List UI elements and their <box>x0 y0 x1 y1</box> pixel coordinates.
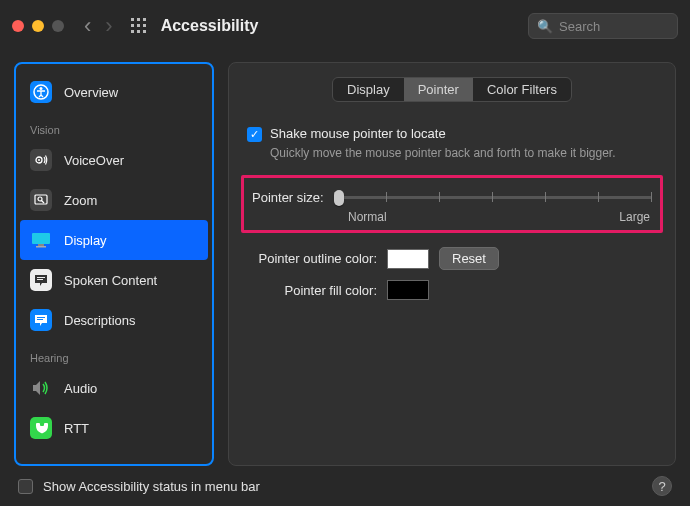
window-controls <box>12 20 64 32</box>
descriptions-icon <box>30 309 52 331</box>
minimize-window-button[interactable] <box>32 20 44 32</box>
pointer-size-slider[interactable] <box>334 188 652 206</box>
nav-arrows: ‹ › <box>84 13 113 39</box>
svg-rect-18 <box>37 277 45 278</box>
pointer-size-label: Pointer size: <box>252 190 324 205</box>
svg-point-10 <box>40 87 43 90</box>
shake-to-locate-description: Quickly move the mouse pointer back and … <box>270 145 616 161</box>
svg-rect-20 <box>37 317 45 318</box>
svg-rect-13 <box>35 195 47 204</box>
zoom-icon <box>30 189 52 211</box>
pointer-size-max-label: Large <box>619 210 650 224</box>
close-window-button[interactable] <box>12 20 24 32</box>
svg-rect-3 <box>131 24 134 27</box>
svg-rect-6 <box>131 30 134 33</box>
search-icon: 🔍 <box>537 19 553 34</box>
pointer-size-highlight: Pointer size: Normal Large <box>241 175 663 233</box>
svg-point-12 <box>38 159 40 161</box>
sidebar-item-audio[interactable]: Audio <box>16 368 212 408</box>
svg-rect-16 <box>38 244 44 246</box>
svg-rect-15 <box>32 233 50 244</box>
window-title: Accessibility <box>161 17 259 35</box>
reset-button[interactable]: Reset <box>439 247 499 270</box>
pointer-fill-label: Pointer fill color: <box>247 283 377 298</box>
display-icon <box>30 229 52 251</box>
sidebar-item-overview[interactable]: Overview <box>16 72 212 112</box>
svg-rect-4 <box>137 24 140 27</box>
svg-rect-19 <box>37 279 43 280</box>
pointer-outline-label: Pointer outline color: <box>247 251 377 266</box>
titlebar: ‹ › Accessibility 🔍 Search <box>0 0 690 52</box>
sidebar-section-vision: Vision <box>16 112 212 140</box>
shake-to-locate-label: Shake mouse pointer to locate <box>270 126 616 141</box>
forward-button[interactable]: › <box>105 13 112 39</box>
sidebar-item-voiceover[interactable]: VoiceOver <box>16 140 212 180</box>
sidebar-item-descriptions[interactable]: Descriptions <box>16 300 212 340</box>
shake-to-locate-checkbox[interactable]: ✓ <box>247 127 262 142</box>
back-button[interactable]: ‹ <box>84 13 91 39</box>
footer: Show Accessibility status in menu bar ? <box>0 466 690 506</box>
voiceover-icon <box>30 149 52 171</box>
rtt-icon <box>30 417 52 439</box>
shake-to-locate-row: ✓ Shake mouse pointer to locate Quickly … <box>247 126 657 161</box>
pointer-outline-row: Pointer outline color: Reset <box>247 247 657 270</box>
pointer-size-min-label: Normal <box>348 210 387 224</box>
sidebar-item-label: RTT <box>64 421 89 436</box>
help-button[interactable]: ? <box>652 476 672 496</box>
svg-rect-2 <box>143 18 146 21</box>
search-input[interactable]: 🔍 Search <box>528 13 678 39</box>
svg-rect-17 <box>36 246 46 248</box>
show-status-checkbox[interactable] <box>18 479 33 494</box>
search-placeholder: Search <box>559 19 600 34</box>
sidebar-item-display[interactable]: Display <box>20 220 208 260</box>
show-status-label: Show Accessibility status in menu bar <box>43 479 260 494</box>
sidebar-item-label: VoiceOver <box>64 153 124 168</box>
sidebar-item-zoom[interactable]: Zoom <box>16 180 212 220</box>
tab-pointer[interactable]: Pointer <box>404 78 473 101</box>
tab-display[interactable]: Display <box>333 78 404 101</box>
svg-rect-21 <box>37 319 43 320</box>
show-all-icon[interactable] <box>131 18 147 34</box>
sidebar-item-label: Display <box>64 233 107 248</box>
svg-rect-5 <box>143 24 146 27</box>
tab-color-filters[interactable]: Color Filters <box>473 78 571 101</box>
audio-icon <box>30 377 52 399</box>
zoom-window-button[interactable] <box>52 20 64 32</box>
sidebar-item-rtt[interactable]: RTT <box>16 408 212 448</box>
accessibility-icon <box>30 81 52 103</box>
svg-rect-8 <box>143 30 146 33</box>
pointer-fill-row: Pointer fill color: <box>247 280 657 300</box>
sidebar-section-hearing: Hearing <box>16 340 212 368</box>
pointer-fill-color-well[interactable] <box>387 280 429 300</box>
sidebar-item-label: Overview <box>64 85 118 100</box>
svg-point-14 <box>38 197 42 201</box>
tab-bar: Display Pointer Color Filters <box>247 77 657 102</box>
svg-rect-7 <box>137 30 140 33</box>
svg-rect-0 <box>131 18 134 21</box>
sidebar-item-label: Spoken Content <box>64 273 157 288</box>
sidebar: Overview Vision VoiceOver Zoom Display S <box>14 62 214 466</box>
sidebar-item-label: Descriptions <box>64 313 136 328</box>
sidebar-item-label: Audio <box>64 381 97 396</box>
spoken-content-icon <box>30 269 52 291</box>
sidebar-item-label: Zoom <box>64 193 97 208</box>
settings-panel: Display Pointer Color Filters ✓ Shake mo… <box>228 62 676 466</box>
slider-knob[interactable] <box>334 190 344 206</box>
svg-rect-1 <box>137 18 140 21</box>
sidebar-item-spoken-content[interactable]: Spoken Content <box>16 260 212 300</box>
pointer-outline-color-well[interactable] <box>387 249 429 269</box>
